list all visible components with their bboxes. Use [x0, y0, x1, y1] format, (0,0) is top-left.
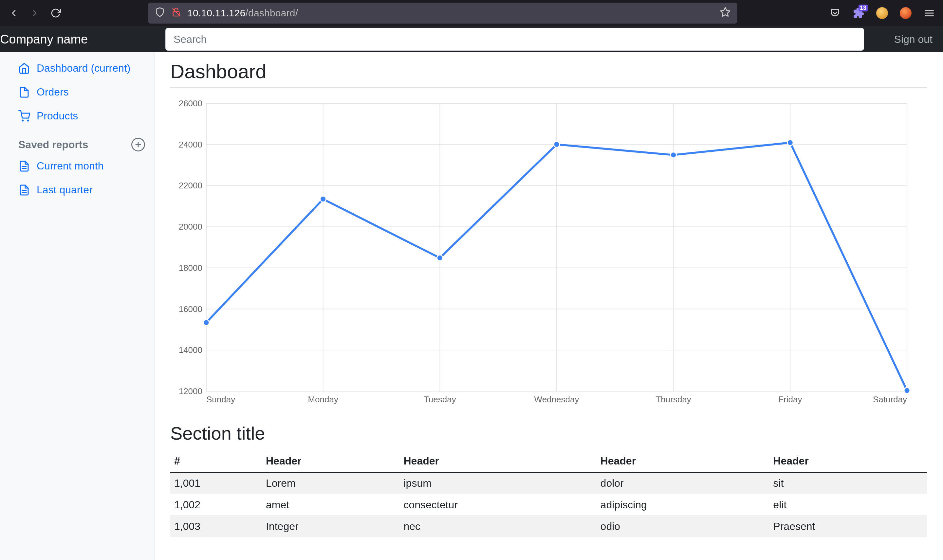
svg-point-50 [787, 140, 793, 146]
url-host: 10.10.11.126/dashboard/ [187, 8, 298, 18]
sidebar-item-label: Orders [37, 86, 69, 98]
table-cell: Praesent [769, 516, 927, 537]
browser-forward-button[interactable] [29, 7, 41, 19]
svg-text:Thursday: Thursday [656, 394, 691, 404]
svg-point-51 [904, 388, 910, 394]
extension-badge: 13 [858, 5, 868, 11]
sidebar-item-label: Products [37, 110, 78, 122]
line-chart: 1200014000160001800020000220002400026000… [170, 97, 927, 411]
table-header: # [170, 451, 262, 472]
brand[interactable]: Company name [0, 32, 165, 46]
file-icon [19, 86, 30, 98]
sidebar-item-label: Dashboard (current) [37, 62, 130, 74]
svg-point-6 [22, 120, 23, 121]
table-cell: Lorem [262, 472, 400, 494]
sidebar-item-label: Last quarter [37, 184, 93, 196]
extension-puzzle-icon[interactable]: 13 [853, 7, 864, 19]
browser-back-button[interactable] [8, 7, 20, 19]
table-cell: odio [597, 516, 769, 537]
svg-point-49 [671, 152, 676, 158]
sidebar-item-products[interactable]: Products [0, 104, 154, 128]
table-cell: consectetur [400, 494, 596, 516]
browser-reload-button[interactable] [50, 7, 62, 19]
sidebar-reports-heading: Saved reports [0, 128, 154, 154]
lock-insecure-icon [171, 7, 181, 20]
browser-chrome: 10.10.11.126/dashboard/ 13 [0, 0, 943, 26]
table-header: Header [597, 451, 769, 472]
file-text-icon [19, 160, 30, 172]
section-title: Section title [170, 423, 927, 444]
table-header: Header [400, 451, 596, 472]
svg-text:20000: 20000 [179, 222, 202, 232]
sidebar-report-current-month[interactable]: Current month [0, 154, 154, 178]
home-icon [19, 63, 30, 74]
pocket-icon[interactable] [829, 7, 841, 19]
svg-point-46 [320, 196, 326, 202]
bookmark-star-icon[interactable] [720, 6, 731, 20]
sidebar-report-last-quarter[interactable]: Last quarter [0, 178, 154, 202]
page-title: Dashboard [170, 60, 927, 88]
table-cell: 1,003 [170, 516, 262, 537]
svg-text:16000: 16000 [179, 304, 202, 314]
browser-menu-icon[interactable] [923, 7, 935, 19]
table-cell: ipsum [400, 472, 596, 494]
add-report-button[interactable] [131, 138, 145, 151]
table-cell: Integer [262, 516, 400, 537]
table-header: Header [769, 451, 927, 472]
table-row: 1,001Loremipsumdolorsit [170, 472, 927, 494]
main-content: Dashboard 120001400016000180002000022000… [154, 52, 943, 560]
sidebar-item-label: Current month [37, 160, 104, 172]
svg-text:18000: 18000 [179, 263, 202, 273]
table-row: 1,002ametconsecteturadipiscingelit [170, 494, 927, 516]
search-input[interactable] [165, 28, 864, 51]
svg-text:Saturday: Saturday [873, 394, 907, 404]
svg-text:Friday: Friday [778, 394, 802, 404]
signout-link[interactable]: Sign out [884, 33, 943, 45]
svg-point-7 [28, 120, 29, 121]
svg-text:14000: 14000 [179, 345, 202, 355]
svg-text:Tuesday: Tuesday [424, 394, 456, 404]
table-cell: adipiscing [597, 494, 769, 516]
svg-text:Wednesday: Wednesday [534, 394, 579, 404]
svg-point-47 [437, 255, 443, 261]
table-cell: elit [769, 494, 927, 516]
cart-icon [19, 110, 30, 122]
table-cell: amet [262, 494, 400, 516]
svg-text:22000: 22000 [179, 180, 202, 190]
table-header: Header [262, 451, 400, 472]
svg-text:24000: 24000 [179, 140, 202, 149]
table-cell: dolor [597, 472, 769, 494]
svg-point-45 [203, 320, 209, 325]
data-table: #HeaderHeaderHeaderHeader 1,001Loremipsu… [170, 451, 927, 537]
table-row: 1,003IntegernecodioPraesent [170, 516, 927, 537]
table-cell: nec [400, 516, 596, 537]
svg-text:26000: 26000 [179, 98, 202, 108]
sidebar-item-dashboard[interactable]: Dashboard (current) [0, 56, 154, 80]
svg-text:12000: 12000 [179, 386, 202, 396]
sidebar: Dashboard (current) Orders Products Save… [0, 52, 154, 560]
svg-marker-2 [721, 7, 730, 16]
browser-url-bar[interactable]: 10.10.11.126/dashboard/ [148, 3, 738, 23]
file-text-icon [19, 184, 30, 196]
svg-text:Sunday: Sunday [206, 394, 235, 404]
extension-icon-1[interactable] [876, 7, 888, 19]
svg-text:Monday: Monday [308, 394, 338, 404]
table-cell: sit [769, 472, 927, 494]
svg-point-48 [554, 142, 560, 148]
table-cell: 1,002 [170, 494, 262, 516]
extension-icon-2[interactable] [900, 7, 912, 19]
sidebar-item-orders[interactable]: Orders [0, 80, 154, 104]
app-navbar: Company name Sign out [0, 26, 943, 52]
table-cell: 1,001 [170, 472, 262, 494]
shield-icon [154, 7, 165, 20]
